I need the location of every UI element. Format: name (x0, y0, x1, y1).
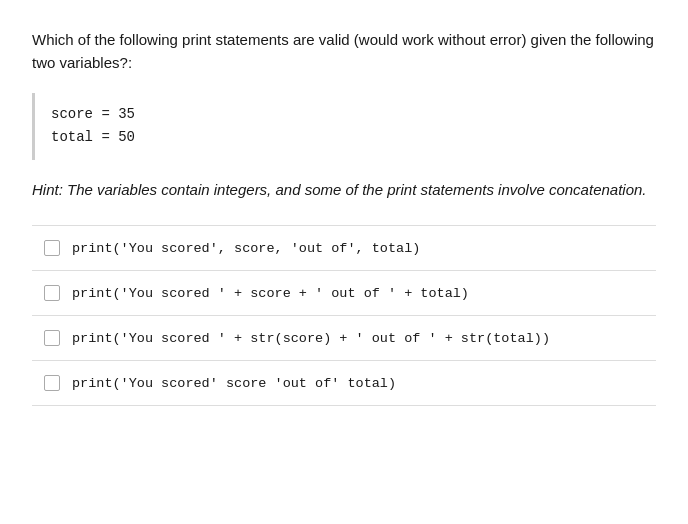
option-code-1: print('You scored', score, 'out of', tot… (72, 241, 420, 256)
options-container: print('You scored', score, 'out of', tot… (32, 225, 656, 406)
question-text: Which of the following print statements … (32, 28, 656, 75)
option-row-2[interactable]: print('You scored ' + score + ' out of '… (32, 271, 656, 316)
checkbox-2[interactable] (44, 285, 60, 301)
code-block: score = 35 total = 50 (32, 93, 656, 161)
option-code-2: print('You scored ' + score + ' out of '… (72, 286, 469, 301)
code-line-2: total = 50 (51, 126, 640, 150)
option-code-3: print('You scored ' + str(score) + ' out… (72, 331, 550, 346)
option-row-3[interactable]: print('You scored ' + str(score) + ' out… (32, 316, 656, 361)
option-row-1[interactable]: print('You scored', score, 'out of', tot… (32, 225, 656, 271)
code-line-1: score = 35 (51, 103, 640, 127)
page-container: Which of the following print statements … (0, 0, 688, 524)
hint-text: Hint: The variables contain integers, an… (32, 178, 656, 201)
checkbox-3[interactable] (44, 330, 60, 346)
checkbox-1[interactable] (44, 240, 60, 256)
option-code-4: print('You scored' score 'out of' total) (72, 376, 396, 391)
checkbox-4[interactable] (44, 375, 60, 391)
option-row-4[interactable]: print('You scored' score 'out of' total) (32, 361, 656, 406)
